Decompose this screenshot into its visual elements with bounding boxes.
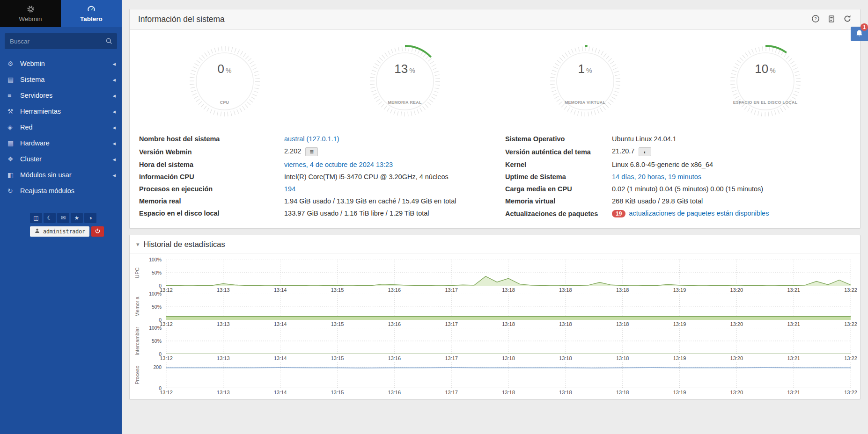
sidebar-item-sistema[interactable]: ▤ Sistema ◂ (0, 72, 122, 87)
row-hostname: Nombre host del sistema austral (127.0.1… (139, 133, 485, 145)
app-window: Webmin Tablero ⚙ Webmin ◂ ▤ S (0, 0, 868, 434)
server-icon: ≡ (7, 92, 20, 99)
row-theme-version: Versión auténtica del tema 21.20.7◐ (505, 145, 851, 159)
stats-history-header[interactable]: ▾ Historial de estadísticas (130, 235, 860, 253)
chevron-left-icon: ◂ (112, 156, 116, 163)
stats-toggle-button[interactable]: ◫ (30, 213, 42, 223)
chart-memory-plot (166, 294, 851, 320)
gauge-real-memory: 13% MEMORIA REAL (363, 39, 447, 129)
help-button[interactable]: ? (811, 14, 820, 24)
chart-memory-yticks: 100%50%0 (142, 294, 164, 320)
chart-cpu-yticks: 100%50%0 (142, 260, 164, 286)
mail-button[interactable]: ✉ (57, 213, 69, 223)
chart-swap: Intercambiar 100%50%0 13:1213:1313:1413:… (132, 328, 853, 354)
gauge-disk-space-value: 10 (755, 62, 768, 76)
stats-history-panel: ▾ Historial de estadísticas UPC 100%50%0… (129, 235, 861, 399)
row-kernel: Kernel Linux 6.8.0-45-generic de x86_64 (505, 159, 851, 171)
night-mode-icon: ☾ (47, 215, 52, 221)
notifications-button[interactable]: 1 (851, 27, 868, 41)
tab-tablero[interactable]: Tablero (61, 0, 122, 27)
system-info-grid: Nombre host del sistema austral (127.0.1… (130, 129, 860, 228)
charts-area: UPC 100%50%0 13:1213:1313:1413:1513:1613… (130, 253, 860, 399)
refresh-button[interactable] (843, 14, 852, 24)
sidebar-search (5, 33, 117, 49)
chart-cpu: UPC 100%50%0 13:1213:1313:1413:1513:1613… (132, 260, 853, 286)
search-input[interactable] (5, 33, 117, 49)
chart-processes-xlabels: 13:1213:1313:1413:1513:1613:1713:1813:18… (166, 388, 851, 396)
gauges-row: 0% CPU 13% MEMORIA REAL (130, 30, 860, 129)
package-updates-link[interactable]: actualizaciones de paquetes están dispon… (629, 210, 769, 217)
theme-info-button[interactable]: ◐ (639, 147, 651, 156)
system-info-header: Información del sistema ? (130, 9, 860, 30)
username: administrador (43, 228, 85, 235)
row-real-memory: Memoria real 1.94 GiB usado / 13.19 GiB … (139, 195, 485, 207)
chart-memory-ylabel: Memoria (133, 294, 141, 320)
palette-icon: ◑ (88, 215, 92, 221)
running-processes-link[interactable]: 194 (284, 185, 295, 193)
gauge-cpu-value: 0 (218, 62, 224, 76)
chart-cpu-plot (166, 260, 851, 286)
tab-webmin[interactable]: Webmin (0, 0, 61, 27)
stats-icon: ◫ (33, 215, 38, 221)
chart-swap-yticks: 100%50%0 (142, 328, 164, 354)
system-time-link[interactable]: viernes, 4 de octubre de 2024 13:23 (284, 161, 393, 168)
disk-space-value: 133.97 GiB usado / 1.16 TiB libre / 1.29… (284, 210, 429, 217)
sidebar-item-modulos-sin-usar[interactable]: ◧ Módulos sin usar ◂ (0, 167, 122, 183)
hostname-link[interactable]: austral (127.0.1.1) (284, 135, 339, 143)
chart-cpu-xlabels: 13:1213:1313:1413:1513:1613:1713:1813:18… (166, 286, 851, 293)
tab-tablero-label: Tablero (80, 15, 103, 22)
sidebar-item-hardware[interactable]: ▦ Hardware ◂ (0, 135, 122, 151)
chevron-left-icon: ◂ (112, 60, 116, 67)
system-info-panel: Información del sistema ? (129, 9, 861, 229)
search-icon (105, 37, 113, 47)
sidebar-item-red[interactable]: ◈ Red ◂ (0, 119, 122, 135)
sidebar-item-herramientas[interactable]: ⚒ Herramientas ◂ (0, 103, 122, 119)
user-button[interactable]: administrador (30, 226, 89, 237)
favorites-button[interactable]: ★ (71, 213, 83, 223)
monitor-icon: ▤ (7, 76, 20, 83)
row-system-time: Hora del sistema viernes, 4 de octubre d… (139, 159, 485, 171)
theme-version-icon: ◐ (644, 149, 647, 155)
gauge-disk-space: 10% ESPACIO EN EL DISCO LOCAL (723, 39, 808, 129)
logout-button[interactable] (91, 226, 104, 237)
sidebar-footer: ◫ ☾ ✉ ★ ◑ administrador (30, 213, 122, 237)
night-mode-button[interactable]: ☾ (44, 213, 56, 223)
row-running-processes: Procesos en ejecución 194 (139, 183, 485, 195)
uptime-link[interactable]: 14 días, 20 horas, 19 minutos (612, 173, 701, 181)
chart-memory-xlabels: 13:1213:1313:1413:1513:1613:1713:1813:18… (166, 320, 851, 327)
row-cpu-info: Información CPU Intel(R) Core(TM) i5-347… (139, 171, 485, 183)
chart-memory: Memoria 100%50%0 13:1213:1313:1413:1513:… (132, 294, 853, 320)
puzzle-icon: ◧ (7, 171, 20, 179)
sidebar-item-cluster[interactable]: ❖ Cluster ◂ (0, 151, 122, 167)
real-memory-value: 1.94 GiB usado / 13.19 GiB en caché / 15… (284, 197, 456, 205)
dashboard-gauge-icon (87, 5, 96, 14)
sidebar: Webmin Tablero ⚙ Webmin ◂ ▤ S (0, 0, 122, 434)
row-disk-space: Espacio en el disco local 133.97 GiB usa… (139, 207, 485, 219)
gauge-virtual-memory-value: 1 (578, 62, 585, 76)
webmin-logo-icon (27, 5, 35, 14)
row-os: Sistema Operativo Ubuntu Linux 24.04.1 (505, 133, 851, 145)
mail-icon: ✉ (61, 215, 66, 221)
sidebar-item-reajusta-modulos[interactable]: ↻ Reajusta módulos (0, 183, 122, 199)
bell-icon (855, 29, 863, 39)
chart-processes: Proceso 2000 13:1213:1313:1413:1513:1613… (132, 362, 853, 388)
notes-button[interactable] (828, 15, 835, 24)
gauge-cpu: 0% CPU (183, 39, 267, 129)
sidebar-item-webmin[interactable]: ⚙ Webmin ◂ (0, 56, 122, 72)
main-content: 1 Información del sistema ? (122, 0, 868, 434)
stats-history-title: Historial de estadísticas (144, 240, 225, 249)
gauge-disk-space-label: ESPACIO EN EL DISCO LOCAL (723, 100, 808, 105)
theme-button[interactable]: ◑ (84, 213, 96, 223)
refresh-icon (843, 14, 852, 24)
network-icon: ◈ (7, 123, 20, 131)
clipboard-icon (828, 15, 835, 24)
kernel-value: Linux 6.8.0-45-generic de x86_64 (612, 161, 713, 168)
row-package-updates: Actualizaciones de paquetes 19actualizac… (505, 207, 851, 220)
sidebar-tabs: Webmin Tablero (0, 0, 122, 27)
sidebar-item-servidores[interactable]: ≡ Servidores ◂ (0, 87, 122, 103)
chevron-left-icon: ◂ (112, 76, 116, 83)
power-icon (95, 228, 101, 235)
changelog-button[interactable]: ≣ (305, 147, 318, 156)
chart-processes-ylabel: Proceso (133, 362, 141, 388)
os-value: Ubuntu Linux 24.04.1 (612, 135, 677, 143)
